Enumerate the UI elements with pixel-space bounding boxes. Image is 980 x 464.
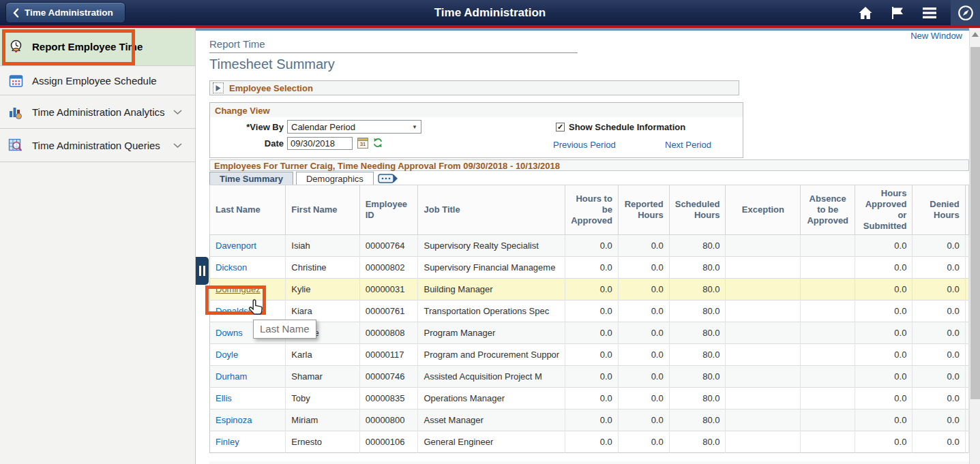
show-schedule-checkbox[interactable] — [556, 123, 565, 132]
last-name-link[interactable]: Ellis — [216, 393, 232, 403]
table-cell — [801, 300, 855, 322]
table-cell: 00000106 — [359, 431, 418, 453]
last-name-link[interactable]: Espinoza — [216, 415, 252, 425]
date-label: Date — [231, 138, 284, 149]
table-cell: 0.0 — [912, 235, 965, 257]
table-row: DurhamShamar00000746Assisted Acquisition… — [210, 366, 969, 388]
column-header: Job Title — [418, 185, 565, 235]
table-cell: 0.0 — [618, 409, 669, 431]
table-cell: 0.0 — [565, 431, 619, 453]
table-cell — [965, 322, 968, 344]
table-cell — [965, 388, 968, 409]
navbar-compass-icon[interactable] — [951, 0, 980, 25]
table-row: DoyleKarla00000117Program and Procuremen… — [210, 344, 969, 366]
table-cell — [726, 388, 801, 409]
table-cell: 00000764 — [359, 235, 418, 257]
sidebar-item-label: Time Administration Queries — [32, 140, 160, 151]
menu-icon[interactable] — [921, 5, 938, 21]
previous-period-link[interactable]: Previous Period — [553, 140, 616, 150]
svg-text:31: 31 — [360, 141, 366, 147]
sidebar-item-time-administration-queries[interactable]: Time Administration Queries — [0, 129, 195, 162]
table-cell: 0.0 — [618, 322, 669, 344]
last-name-link[interactable]: Donaldson — [216, 306, 258, 316]
column-header: Scheduled Hours — [669, 185, 726, 235]
scrollbar-thumb[interactable] — [970, 47, 980, 399]
tab-strip: Time Summary Demographics — [209, 171, 398, 185]
flag-icon[interactable] — [888, 5, 906, 21]
last-name-link[interactable]: Downs — [216, 328, 243, 338]
employee-table: Last NameFirst NameEmployee IDJob TitleH… — [209, 185, 969, 453]
next-period-link[interactable]: Next Period — [665, 140, 711, 150]
table-cell: 80.0 — [669, 409, 726, 431]
table-cell: General Engineer — [418, 431, 565, 453]
table-cell: 0.0 — [855, 257, 912, 279]
table-cell: Miriam — [286, 409, 359, 431]
show-all-columns-icon[interactable] — [378, 173, 398, 184]
last-name-link[interactable]: Dickson — [216, 262, 247, 273]
date-input[interactable] — [287, 137, 353, 150]
table-cell — [965, 235, 968, 257]
table-cell: 0.0 — [565, 388, 619, 409]
table-cell: 00000117 — [359, 344, 418, 366]
chevron-down-icon — [173, 106, 183, 118]
table-header-row: Last NameFirst NameEmployee IDJob TitleH… — [210, 185, 969, 235]
cell-last-name: Dominguez — [210, 279, 286, 300]
table-cell: 00000802 — [359, 257, 418, 279]
tab-time-summary[interactable]: Time Summary — [209, 172, 293, 185]
new-window-link[interactable]: New Window — [910, 31, 962, 41]
back-button[interactable]: Time Administration — [5, 2, 125, 23]
table-cell: Transportation Operations Spec — [418, 300, 565, 322]
calendar-picker-icon[interactable]: 31 — [357, 137, 368, 151]
sidebar-item-time-administration-analytics[interactable]: Time Administration Analytics — [0, 95, 195, 129]
sidebar-item-report-employee-time[interactable]: Report Employee Time — [0, 28, 195, 66]
table-cell: Karla — [286, 344, 359, 366]
time-administration-app: Time Administration Time Administration … — [0, 0, 980, 464]
table-cell — [801, 366, 855, 388]
last-name-link[interactable]: Davenport — [216, 241, 256, 251]
cell-last-name: Doyle — [210, 344, 286, 366]
refresh-icon[interactable] — [372, 137, 383, 151]
expand-section-icon[interactable] — [213, 82, 224, 93]
table-cell — [965, 409, 968, 431]
column-header: Absence to be Approved — [801, 185, 855, 235]
table-cell: Program and Procurement Suppor — [418, 344, 565, 366]
sidebar-item-label: Assign Employee Schedule — [32, 75, 157, 87]
table-cell: Operations Manager — [418, 388, 565, 409]
table-row: EllisToby00000835Operations Manager0.00.… — [210, 388, 969, 409]
table-cell — [726, 235, 801, 257]
chevron-left-icon — [13, 8, 19, 18]
table-cell: 80.0 — [669, 388, 726, 409]
table-cell: 0.0 — [618, 300, 669, 322]
home-icon[interactable] — [857, 5, 874, 21]
table-cell — [965, 366, 968, 388]
employee-selection-section: Employee Selection — [209, 80, 739, 95]
tab-demographics[interactable]: Demographics — [296, 172, 374, 185]
table-row: DicksonChristine00000802Supervisory Fina… — [210, 257, 969, 279]
clock-icon — [8, 39, 24, 55]
show-schedule-label: Show Schedule Information — [569, 122, 685, 132]
last-name-link[interactable]: Finley — [216, 437, 239, 447]
table-cell — [965, 344, 968, 366]
table-cell — [801, 257, 855, 279]
sidebar-item-assign-employee-schedule[interactable]: Assign Employee Schedule — [0, 66, 195, 95]
table-cell: Assisted Acquisition Project M — [418, 366, 565, 388]
scroll-up-arrow-icon[interactable] — [972, 32, 979, 37]
sidebar-resize-handle[interactable] — [196, 257, 209, 285]
last-name-tooltip: Last Name — [253, 320, 316, 339]
table-cell — [726, 409, 801, 431]
last-name-link[interactable]: Doyle — [216, 350, 238, 360]
vertical-scrollbar[interactable] — [969, 28, 980, 464]
last-name-link[interactable]: Durham — [216, 371, 247, 382]
table-cell: 0.0 — [912, 300, 965, 322]
view-by-select[interactable]: Calendar Period — [287, 120, 421, 134]
table-cell — [726, 257, 801, 279]
last-name-link[interactable]: Dominguez — [216, 284, 261, 294]
cell-last-name: Ellis — [210, 388, 286, 409]
bar-chart-icon — [8, 104, 24, 120]
cell-last-name: Durham — [210, 366, 286, 388]
table-cell: Toby — [286, 388, 359, 409]
cell-last-name: Finley — [210, 431, 286, 453]
table-cell — [726, 279, 801, 300]
main-content: New Window Report Time Timesheet Summary… — [196, 28, 969, 464]
table-cell: 0.0 — [565, 300, 619, 322]
